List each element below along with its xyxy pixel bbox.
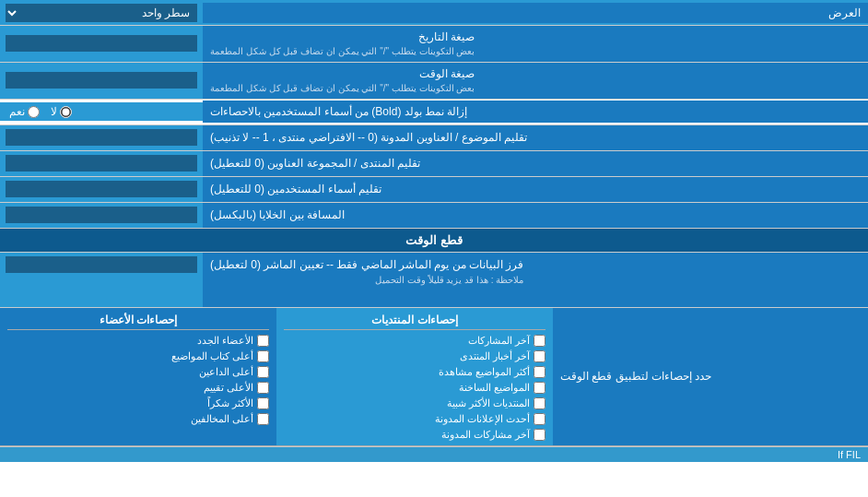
display-select[interactable]: سطر واحد سطرين ثلاثة أسطر bbox=[6, 4, 197, 22]
date-format-input-area: d-m bbox=[0, 26, 203, 62]
list-item: المنتديات الأكثر شبية bbox=[284, 396, 545, 411]
list-item: آخر أخبار المنتدى bbox=[284, 349, 545, 364]
col1-item-0: آخر المشاركات bbox=[468, 335, 530, 347]
bold-yes-radio[interactable] bbox=[28, 106, 40, 118]
col2-item-5: أعلى المخالفين bbox=[191, 413, 253, 425]
list-item: أعلى كتاب المواضيع bbox=[7, 349, 269, 364]
col1-header-area: إحصاءات المنتديات آخر المشاركات آخر أخبا… bbox=[276, 308, 553, 445]
date-format-label: صيغة التاريخ بعض التكوينات يتطلب "/" الت… bbox=[203, 26, 868, 62]
bottom-note: If FIL bbox=[0, 447, 868, 462]
date-format-row: صيغة التاريخ بعض التكوينات يتطلب "/" الت… bbox=[0, 26, 868, 63]
topics-titles-row: تقليم الموضوع / العناوين المدونة (0 -- ا… bbox=[0, 125, 868, 151]
cutoff-input-area: 0 bbox=[0, 253, 203, 307]
topics-titles-input-area: 33 bbox=[0, 125, 203, 150]
cutoff-input[interactable]: 0 bbox=[6, 256, 197, 273]
date-format-title: صيغة التاريخ bbox=[210, 30, 475, 45]
col1-item-2: أكثر المواضيع مشاهدة bbox=[439, 366, 530, 378]
cutoff-sublabel: ملاحظة : هذا قد يزيد قليلاً وقت التحميل bbox=[210, 273, 523, 287]
list-item: أعلى المخالفين bbox=[7, 411, 269, 427]
col2-item-3: الأعلى تقييم bbox=[204, 382, 253, 394]
top-display-row: العرض سطر واحد سطرين ثلاثة أسطر bbox=[0, 0, 868, 26]
spacing-input-area: 2 bbox=[0, 203, 203, 228]
col1-check-0[interactable] bbox=[534, 335, 545, 347]
topics-titles-input[interactable]: 33 bbox=[6, 129, 197, 146]
col1-item-5: أحدث الإعلانات المدونة bbox=[435, 413, 530, 425]
main-container: العرض سطر واحد سطرين ثلاثة أسطر صيغة الت… bbox=[0, 0, 868, 462]
list-item: أكثر المواضيع مشاهدة bbox=[284, 364, 545, 380]
col2-header: إحصاءات الأعضاء bbox=[7, 311, 269, 330]
bold-remove-row: إزالة نمط بولد (Bold) من أسماء المستخدمي… bbox=[0, 100, 868, 125]
col1-item-4: المنتديات الأكثر شبية bbox=[447, 397, 530, 409]
list-item: أعلى الداعين bbox=[7, 364, 269, 380]
col2-check-1[interactable] bbox=[257, 350, 269, 362]
checkboxes-cols-header: إحصاءات المنتديات آخر المشاركات آخر أخبا… bbox=[0, 308, 553, 445]
col2-check-2[interactable] bbox=[257, 366, 269, 378]
list-item: أحدث الإعلانات المدونة bbox=[284, 411, 545, 427]
display-select-area[interactable]: سطر واحد سطرين ثلاثة أسطر bbox=[0, 1, 203, 25]
col1-item-1: آخر أخبار المنتدى bbox=[460, 350, 530, 362]
col1-check-1[interactable] bbox=[534, 350, 545, 362]
time-format-input-area: H:i bbox=[0, 63, 203, 99]
time-format-input[interactable]: H:i bbox=[6, 72, 197, 89]
usernames-row: تقليم أسماء المستخدمين (0 للتعطيل) 0 bbox=[0, 177, 868, 203]
col2-item-2: أعلى الداعين bbox=[199, 366, 253, 378]
date-format-input[interactable]: d-m bbox=[6, 35, 197, 52]
forum-titles-input[interactable]: 33 bbox=[6, 155, 197, 172]
forum-titles-row: تقليم المنتدى / المجموعة العناوين (0 للت… bbox=[0, 151, 868, 177]
col2-check-3[interactable] bbox=[257, 382, 269, 394]
usernames-input[interactable]: 0 bbox=[6, 181, 197, 197]
stats-label: حدد إحصاءات لتطبيق قطع الوقت bbox=[553, 308, 868, 445]
checkboxes-header: حدد إحصاءات لتطبيق قطع الوقت إحصاءات الم… bbox=[0, 308, 868, 446]
forum-titles-input-area: 33 bbox=[0, 151, 203, 176]
display-label: العرض bbox=[203, 3, 868, 23]
time-format-title: صيغة الوقت bbox=[210, 66, 475, 82]
col2-item-1: أعلى كتاب المواضيع bbox=[171, 350, 253, 362]
cutoff-title: فرز البيانات من يوم الماشر الماضي فقط --… bbox=[210, 256, 523, 273]
checkboxes-section: حدد إحصاءات لتطبيق قطع الوقت إحصاءات الم… bbox=[0, 308, 868, 447]
date-format-sublabel: بعض التكوينات يتطلب "/" التي يمكن ان تضا… bbox=[210, 45, 475, 58]
spacing-row: المسافة بين الخلايا (بالبكسل) 2 bbox=[0, 203, 868, 229]
col1-header: إحصاءات المنتديات bbox=[284, 311, 545, 330]
time-format-sublabel: بعض التكوينات يتطلب "/" التي يمكن ان تضا… bbox=[210, 82, 475, 95]
spacing-label: المسافة بين الخلايا (بالبكسل) bbox=[203, 203, 868, 228]
usernames-input-area: 0 bbox=[0, 177, 203, 202]
bold-remove-label: إزالة نمط بولد (Bold) من أسماء المستخدمي… bbox=[203, 101, 868, 124]
spacing-input[interactable]: 2 bbox=[6, 207, 197, 223]
col2-check-4[interactable] bbox=[257, 397, 269, 409]
note-text: If FIL bbox=[838, 449, 861, 460]
list-item: آخر مشاركات المدونة bbox=[284, 427, 545, 443]
forum-titles-label: تقليم المنتدى / المجموعة العناوين (0 للت… bbox=[203, 151, 868, 176]
col1-check-5[interactable] bbox=[534, 413, 545, 425]
col1-check-6[interactable] bbox=[534, 429, 545, 441]
usernames-label: تقليم أسماء المستخدمين (0 للتعطيل) bbox=[203, 177, 868, 202]
time-section-header: قطع الوقت bbox=[0, 229, 868, 253]
col1-item-6: آخر مشاركات المدونة bbox=[441, 429, 530, 441]
bold-no-label[interactable]: لا bbox=[51, 105, 72, 118]
list-item: الأكثر شكراً bbox=[7, 396, 269, 411]
list-item: الأعلى تقييم bbox=[7, 380, 269, 396]
col1-item-3: المواضيع الساخنة bbox=[459, 382, 530, 394]
list-item: آخر المشاركات bbox=[284, 333, 545, 349]
col2-header-area: إحصاءات الأعضاء الأعضاء الجدد أعلى كتاب … bbox=[0, 308, 276, 445]
list-item: المواضيع الساخنة bbox=[284, 380, 545, 396]
col1-check-4[interactable] bbox=[534, 397, 545, 409]
bold-remove-radio-area: لا نعم bbox=[0, 102, 203, 121]
time-format-row: صيغة الوقت بعض التكوينات يتطلب "/" التي … bbox=[0, 63, 868, 100]
col2-check-0[interactable] bbox=[257, 335, 269, 347]
cutoff-label: فرز البيانات من يوم الماشر الماضي فقط --… bbox=[203, 253, 868, 307]
col2-check-5[interactable] bbox=[257, 413, 269, 425]
col1-check-2[interactable] bbox=[534, 366, 545, 378]
cutoff-row: فرز البيانات من يوم الماشر الماضي فقط --… bbox=[0, 253, 868, 308]
col2-item-4: الأكثر شكراً bbox=[207, 397, 253, 409]
time-format-label: صيغة الوقت بعض التكوينات يتطلب "/" التي … bbox=[203, 63, 868, 99]
list-item: الأعضاء الجدد bbox=[7, 333, 269, 349]
col2-item-0: الأعضاء الجدد bbox=[197, 335, 253, 347]
topics-titles-label: تقليم الموضوع / العناوين المدونة (0 -- ا… bbox=[203, 125, 868, 150]
col1-check-3[interactable] bbox=[534, 382, 545, 394]
bold-no-radio[interactable] bbox=[60, 106, 72, 118]
bold-yes-label[interactable]: نعم bbox=[9, 105, 40, 118]
